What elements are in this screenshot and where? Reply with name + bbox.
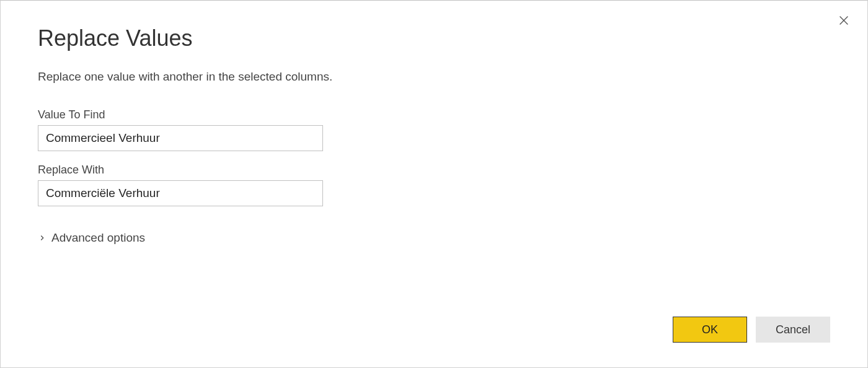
value-to-find-input[interactable] xyxy=(38,125,323,151)
value-to-find-label: Value To Find xyxy=(38,108,830,121)
cancel-button[interactable]: Cancel xyxy=(756,317,830,343)
ok-button[interactable]: OK xyxy=(673,317,747,343)
dialog-content: Replace Values Replace one value with an… xyxy=(1,1,867,263)
field-replace-with: Replace With xyxy=(38,164,830,206)
close-icon xyxy=(837,14,851,30)
replace-with-input[interactable] xyxy=(38,180,323,206)
advanced-options-toggle[interactable]: Advanced options xyxy=(38,231,830,245)
field-value-to-find: Value To Find xyxy=(38,108,830,151)
advanced-options-label: Advanced options xyxy=(51,231,145,245)
dialog-title: Replace Values xyxy=(38,25,830,51)
dialog-description: Replace one value with another in the se… xyxy=(38,70,830,84)
chevron-right-icon xyxy=(38,234,46,242)
button-row: OK Cancel xyxy=(673,317,830,343)
replace-with-label: Replace With xyxy=(38,164,830,177)
close-button[interactable] xyxy=(835,13,852,30)
